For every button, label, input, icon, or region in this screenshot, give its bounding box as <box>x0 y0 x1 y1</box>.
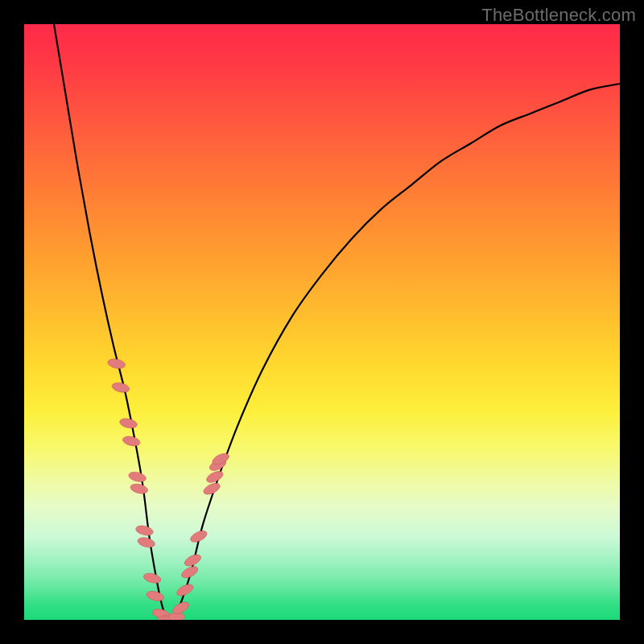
watermark-text: TheBottleneck.com <box>481 5 636 26</box>
curve-marker <box>111 382 130 394</box>
curve-marker <box>205 469 225 485</box>
curve-marker <box>175 582 196 598</box>
curve-marker <box>107 357 126 369</box>
curve-marker <box>130 482 149 495</box>
curve-marker <box>128 471 147 484</box>
plot-area <box>24 24 620 620</box>
chart-svg <box>24 24 620 620</box>
chart-frame: TheBottleneck.com <box>0 0 644 644</box>
curve-marker <box>122 435 141 448</box>
curve-marker <box>146 589 165 602</box>
curve-marker <box>142 572 162 584</box>
curve-marker <box>119 417 138 430</box>
curve-marker <box>137 536 156 549</box>
curve-marker <box>134 524 154 537</box>
